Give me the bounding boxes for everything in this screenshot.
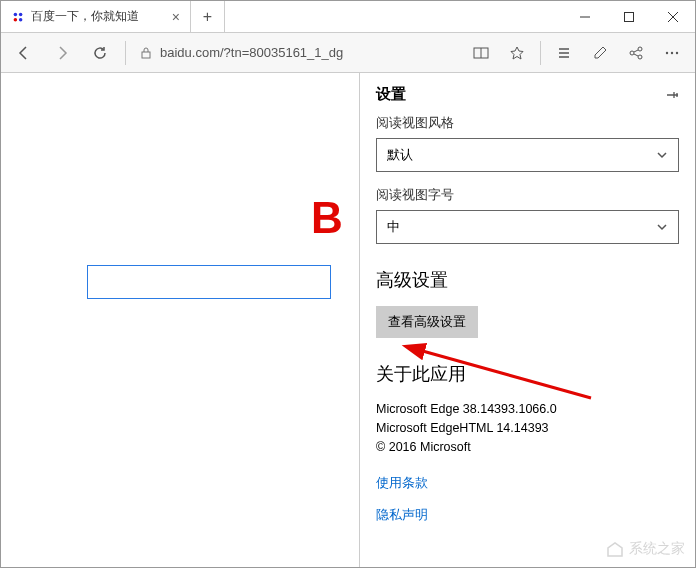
watermark-text: 系统之家 bbox=[629, 540, 685, 558]
refresh-button[interactable] bbox=[83, 38, 117, 68]
browser-tab[interactable]: 百度一下，你就知道 × bbox=[1, 1, 191, 32]
lock-icon bbox=[140, 47, 152, 59]
reading-style-label: 阅读视图风格 bbox=[376, 114, 679, 132]
svg-point-15 bbox=[638, 47, 642, 51]
reading-size-value: 中 bbox=[387, 218, 400, 236]
page-content: B 设置 阅读视图风格 默认 阅读视图字号 中 高级设置 查看高级设置 关于此应… bbox=[1, 73, 695, 567]
svg-point-20 bbox=[671, 51, 673, 53]
baidu-favicon-icon bbox=[11, 10, 25, 24]
svg-rect-8 bbox=[142, 52, 150, 58]
svg-point-3 bbox=[19, 17, 23, 21]
svg-line-18 bbox=[634, 54, 638, 56]
toolbar: baidu.com/?tn=80035161_1_dg bbox=[1, 33, 695, 73]
new-tab-button[interactable]: + bbox=[191, 1, 225, 32]
close-window-button[interactable] bbox=[651, 1, 695, 32]
maximize-button[interactable] bbox=[607, 1, 651, 32]
watermark: 系统之家 bbox=[605, 539, 685, 559]
tab-close-icon[interactable]: × bbox=[172, 9, 180, 25]
privacy-link[interactable]: 隐私声明 bbox=[376, 506, 679, 524]
hub-button[interactable] bbox=[547, 38, 581, 68]
reading-size-dropdown[interactable]: 中 bbox=[376, 210, 679, 244]
about-title: 关于此应用 bbox=[376, 362, 679, 386]
chevron-down-icon bbox=[656, 149, 668, 161]
about-line-html: Microsoft EdgeHTML 14.14393 bbox=[376, 419, 679, 438]
svg-point-0 bbox=[14, 12, 18, 16]
baidu-logo: B bbox=[311, 193, 342, 243]
webnote-button[interactable] bbox=[583, 38, 617, 68]
watermark-icon bbox=[605, 539, 625, 559]
settings-panel: 设置 阅读视图风格 默认 阅读视图字号 中 高级设置 查看高级设置 关于此应用 … bbox=[359, 73, 695, 567]
url-text: baidu.com/?tn=80035161_1_dg bbox=[160, 45, 343, 60]
svg-point-16 bbox=[638, 55, 642, 59]
about-line-copyright: © 2016 Microsoft bbox=[376, 438, 679, 457]
titlebar: 百度一下，你就知道 × + bbox=[1, 1, 695, 33]
back-button[interactable] bbox=[7, 38, 41, 68]
svg-rect-5 bbox=[625, 12, 634, 21]
reading-size-label: 阅读视图字号 bbox=[376, 186, 679, 204]
tab-title: 百度一下，你就知道 bbox=[31, 8, 139, 25]
separator bbox=[540, 41, 541, 65]
separator bbox=[125, 41, 126, 65]
svg-point-19 bbox=[666, 51, 668, 53]
svg-line-17 bbox=[634, 50, 638, 52]
reading-style-value: 默认 bbox=[387, 146, 413, 164]
settings-title: 设置 bbox=[376, 85, 406, 104]
chevron-down-icon bbox=[656, 221, 668, 233]
svg-point-21 bbox=[676, 51, 678, 53]
pin-icon[interactable] bbox=[665, 88, 679, 102]
svg-point-1 bbox=[19, 12, 23, 16]
reading-style-dropdown[interactable]: 默认 bbox=[376, 138, 679, 172]
more-button[interactable] bbox=[655, 38, 689, 68]
about-line-version: Microsoft Edge 38.14393.1066.0 bbox=[376, 400, 679, 419]
toolbar-right bbox=[464, 38, 689, 68]
window-controls bbox=[563, 1, 695, 32]
share-button[interactable] bbox=[619, 38, 653, 68]
forward-button[interactable] bbox=[45, 38, 79, 68]
favorite-button[interactable] bbox=[500, 38, 534, 68]
terms-link[interactable]: 使用条款 bbox=[376, 474, 679, 492]
minimize-button[interactable] bbox=[563, 1, 607, 32]
advanced-settings-title: 高级设置 bbox=[376, 268, 679, 292]
svg-point-14 bbox=[630, 51, 634, 55]
reading-view-button[interactable] bbox=[464, 38, 498, 68]
address-bar[interactable]: baidu.com/?tn=80035161_1_dg bbox=[134, 45, 460, 60]
view-advanced-settings-button[interactable]: 查看高级设置 bbox=[376, 306, 478, 338]
about-info: Microsoft Edge 38.14393.1066.0 Microsoft… bbox=[376, 400, 679, 456]
search-input[interactable] bbox=[87, 265, 331, 299]
svg-point-2 bbox=[14, 17, 18, 21]
